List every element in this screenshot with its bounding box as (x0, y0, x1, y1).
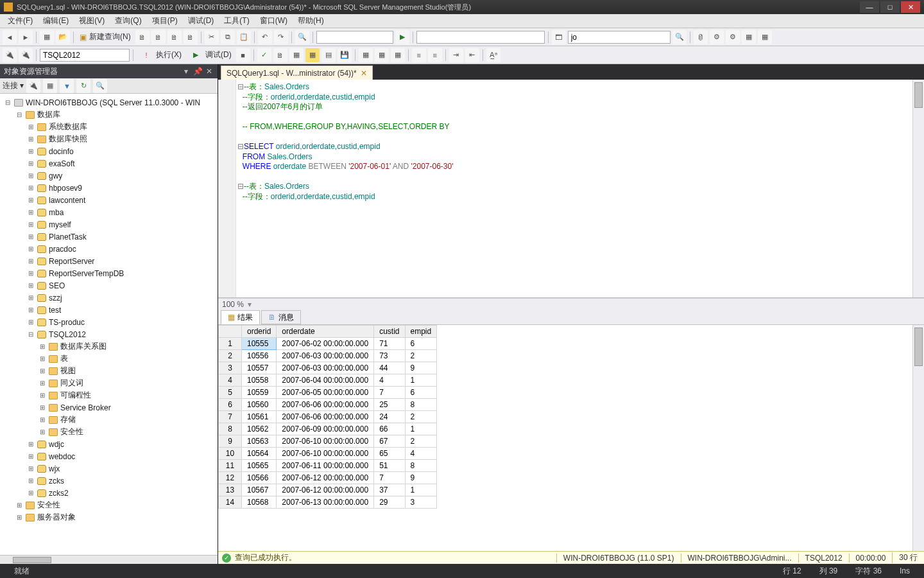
grid-cell[interactable]: 7 (374, 472, 405, 484)
grid-cell[interactable]: 8 (405, 460, 437, 472)
oe-refresh-icon[interactable]: ↻ (76, 79, 90, 93)
parse-button[interactable]: ✓ (257, 48, 271, 62)
object-tree[interactable]: ⊟WIN-DROI6TBBOJG (SQL Server 11.0.3000 -… (0, 94, 218, 555)
tree-database[interactable]: ⊞zcks2 (0, 487, 218, 499)
tree-folder[interactable]: ⊞Service Broker (0, 401, 218, 414)
tree-database-tsql[interactable]: ⊟TSQL2012 (0, 328, 218, 340)
tree-database[interactable]: ⊞ReportServer (0, 255, 218, 267)
grid-cell[interactable]: 29 (374, 496, 405, 509)
database-combo[interactable]: TSQL2012 (40, 49, 130, 62)
menu-item[interactable]: 项目(P) (147, 14, 183, 28)
include-stats[interactable]: ▦ (359, 48, 373, 62)
tree-database[interactable]: ⊞docinfo (0, 145, 218, 157)
new-project-button[interactable]: ▦ (40, 30, 54, 44)
grid-cell[interactable]: 3 (405, 496, 437, 509)
grid-row-header[interactable]: 1 (219, 338, 242, 350)
results-grid[interactable]: orderidorderdatecustidempid1105552007-06… (218, 325, 912, 551)
grid-cell[interactable]: 2007-06-12 00:00:00.000 (277, 484, 374, 496)
pin-icon[interactable]: 📌 (193, 67, 202, 76)
tb-tool-3[interactable]: ⚙ (726, 30, 740, 44)
include-plan[interactable]: ▦ (375, 48, 389, 62)
paste-button[interactable]: 📋 (237, 30, 251, 44)
disconnect-btn[interactable]: 🔌 (19, 48, 33, 62)
minimize-button[interactable]: — (860, 1, 879, 13)
opts-button[interactable]: ▦ (289, 48, 304, 62)
tree-folder[interactable]: ⊞安全性 (0, 499, 218, 511)
zoom-combo[interactable]: 100 % (222, 300, 244, 309)
grid-row-header[interactable]: 6 (219, 399, 242, 411)
grid-cell[interactable]: 71 (374, 338, 405, 350)
debug-button[interactable]: ▶调试(D) (186, 48, 234, 62)
grid-col-header[interactable]: orderid (242, 326, 277, 338)
grid-cell[interactable]: 10562 (242, 423, 277, 435)
grid-cell[interactable]: 2007-06-06 00:00:00.000 (277, 411, 374, 423)
tree-folder[interactable]: ⊞存储 (0, 414, 218, 426)
grid-cell[interactable]: 2007-06-03 00:00:00.000 (277, 362, 374, 374)
grid-row-header[interactable]: 12 (219, 472, 242, 484)
grid-cell[interactable]: 9 (405, 362, 437, 374)
results-vscroll[interactable] (912, 325, 924, 551)
grid-cell[interactable]: 10568 (242, 496, 277, 509)
oe-btn-5[interactable]: 🔍 (93, 79, 107, 93)
back-button[interactable]: ◄ (3, 30, 17, 44)
grid-cell[interactable]: 10563 (242, 435, 277, 448)
grid-cell[interactable]: 2007-06-03 00:00:00.000 (277, 350, 374, 362)
grid-cell[interactable]: 10559 (242, 387, 277, 399)
grid-row-header[interactable]: 3 (219, 362, 242, 374)
open-button[interactable]: 📂 (56, 30, 70, 44)
grid-cell[interactable]: 10556 (242, 350, 277, 362)
grid-cell[interactable]: 51 (374, 460, 405, 472)
menu-item[interactable]: 编辑(E) (38, 14, 74, 28)
grid-cell[interactable]: 67 (374, 435, 405, 448)
tb-tool-4[interactable]: ▦ (742, 30, 756, 44)
tree-database[interactable]: ⊞pracdoc (0, 243, 218, 255)
tb-tool-1[interactable]: 🛢 (694, 30, 708, 44)
include-client[interactable]: ▦ (391, 48, 405, 62)
tree-folder[interactable]: ⊞表 (0, 353, 218, 365)
grid-cell[interactable]: 25 (374, 399, 405, 411)
tb-btn-3[interactable]: 🗎 (167, 30, 182, 44)
grid-cell[interactable]: 10558 (242, 374, 277, 387)
uncomment-btn[interactable]: ≡ (428, 48, 442, 62)
grid-cell[interactable]: 10557 (242, 362, 277, 374)
grid-row-header[interactable]: 10 (219, 448, 242, 460)
oe-btn-1[interactable]: 🔌 (26, 79, 40, 93)
connect-dropdown[interactable]: 连接 ▾ (3, 80, 24, 91)
tree-database[interactable]: ⊞szzj (0, 292, 218, 304)
execute-button[interactable]: !执行(X) (137, 48, 184, 62)
maximize-button[interactable]: □ (880, 1, 900, 13)
tree-database[interactable]: ⊞wjx (0, 462, 218, 475)
grid-row-header[interactable]: 2 (219, 350, 242, 362)
tree-database[interactable]: ⊞hbposev9 (0, 182, 218, 194)
grid-cell[interactable]: 6 (405, 338, 437, 350)
grid-cell[interactable]: 10555 (242, 338, 277, 350)
cut-button[interactable]: ✂ (205, 30, 219, 44)
level-combo[interactable] (416, 31, 545, 44)
grid-cell[interactable]: 10564 (242, 448, 277, 460)
grid-col-header[interactable]: empid (405, 326, 437, 338)
grid-cell[interactable]: 2007-06-06 00:00:00.000 (277, 399, 374, 411)
tree-database[interactable]: ⊞SEO (0, 279, 218, 292)
tree-folder[interactable]: ⊞同义词 (0, 377, 218, 389)
find-button[interactable]: 🔍 (295, 30, 309, 44)
tab-close-icon[interactable]: ✕ (361, 69, 367, 78)
menu-item[interactable]: 帮助(H) (293, 14, 329, 28)
close-button[interactable]: ✕ (901, 1, 920, 13)
tree-database[interactable]: ⊞mba (0, 206, 218, 218)
grid-cell[interactable]: 2007-06-09 00:00:00.000 (277, 423, 374, 435)
grid-row-header[interactable]: 14 (219, 496, 242, 509)
tree-database[interactable]: ⊞ReportServerTempDB (0, 267, 218, 279)
grid-cell[interactable]: 2007-06-04 00:00:00.000 (277, 374, 374, 387)
grid-cell[interactable]: 66 (374, 423, 405, 435)
tb-btn-1[interactable]: 🗎 (135, 30, 150, 44)
menu-item[interactable]: 查询(Q) (110, 14, 146, 28)
tree-server[interactable]: ⊟WIN-DROI6TBBOJG (SQL Server 11.0.3000 -… (0, 96, 218, 109)
tree-folder[interactable]: ⊞可编程性 (0, 389, 218, 401)
tree-hscroll[interactable] (0, 555, 218, 564)
close-icon[interactable]: ✕ (205, 67, 214, 76)
comment-btn[interactable]: ≡ (412, 48, 426, 62)
grid-cell[interactable]: 37 (374, 484, 405, 496)
sql-editor[interactable]: ⊟--表：Sales.Orders --字段：orderid,orderdate… (236, 80, 912, 297)
activity-button[interactable]: 🗔 (552, 30, 566, 44)
editor-vscroll[interactable] (912, 80, 924, 297)
